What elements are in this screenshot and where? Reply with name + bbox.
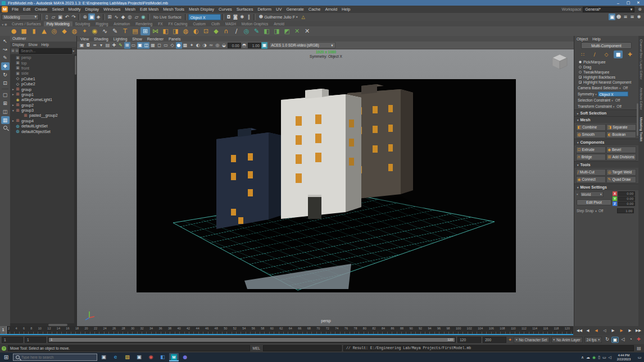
- field-chart-icon[interactable]: ▦: [150, 42, 156, 49]
- chrome-icon[interactable]: ◉: [146, 353, 156, 361]
- app-icon[interactable]: ●: [180, 353, 190, 361]
- menu-item[interactable]: Generate: [284, 7, 306, 12]
- go-to-start-button[interactable]: ◀◀: [575, 328, 583, 333]
- pan-zoom-icon[interactable]: ✚: [111, 42, 117, 49]
- option-checkbox[interactable]: ✓Highlight Nearest Component: [574, 80, 638, 85]
- render-region[interactable]: [137, 79, 516, 292]
- display-icon[interactable]: ▭: [602, 355, 606, 360]
- set-key-icon[interactable]: ✦: [508, 337, 512, 342]
- textured-icon[interactable]: ▩: [182, 42, 188, 49]
- viewport-menu-item[interactable]: View: [80, 37, 89, 41]
- boolean-union-icon[interactable]: ◧: [262, 27, 271, 35]
- shelf-tab[interactable]: Motion Graphics: [239, 21, 271, 26]
- taskbar-clock[interactable]: 4:44 PM2/22/2023: [613, 354, 634, 361]
- scale-tool[interactable]: ⊡: [1, 79, 10, 87]
- type-tool-icon[interactable]: ▤: [130, 27, 140, 35]
- photoshop-icon[interactable]: ◧: [158, 353, 167, 361]
- outliner-menu-item[interactable]: Display: [12, 43, 24, 47]
- combine-icon[interactable]: ◧: [161, 27, 170, 35]
- panel-menu-item[interactable]: Help: [592, 37, 600, 41]
- outliner-search-input[interactable]: [19, 48, 72, 54]
- rotate-tool[interactable]: ↻: [1, 71, 10, 79]
- target-weld-icon[interactable]: ◎: [242, 27, 251, 35]
- security-icon[interactable]: ◉: [592, 355, 596, 360]
- timeline-track[interactable]: 2468101214161820222426283032343638404244…: [0, 326, 573, 335]
- mel-label[interactable]: MEL: [252, 346, 261, 350]
- viewport-menu-item[interactable]: Panels: [169, 37, 180, 41]
- components-section[interactable]: ▾Components: [574, 139, 638, 145]
- shelf-tab[interactable]: Poly Modeling: [44, 21, 72, 26]
- outliner-item[interactable]: ▸ ⊞ group: [10, 86, 76, 91]
- redo-icon[interactable]: ↷: [70, 13, 77, 20]
- menu-item[interactable]: Mesh: [123, 7, 138, 12]
- tool-op-button[interactable]: ◎Target Weld: [606, 169, 636, 176]
- ambient-occlusion-icon[interactable]: ◑: [202, 42, 208, 49]
- separate-icon[interactable]: ◨: [171, 27, 180, 35]
- option-checkbox[interactable]: ✓Highlight Backfaces: [574, 75, 638, 80]
- vertex-mode-icon[interactable]: ∷: [578, 51, 587, 58]
- delete-workspace-icon[interactable]: ⊗: [638, 7, 642, 12]
- outliner-search-caret-icon[interactable]: ▾: [72, 49, 75, 53]
- auto-key-icon[interactable]: ✚: [635, 337, 642, 343]
- select-hierarchy-icon[interactable]: ⊕: [81, 13, 88, 20]
- microsoft-store-icon[interactable]: ▣: [134, 353, 144, 361]
- viewport-canvas[interactable]: 1920 x 1080 Symmetry: Object X: [77, 49, 574, 326]
- task-view-icon[interactable]: ▣: [99, 353, 108, 361]
- menu-item[interactable]: Select: [50, 7, 66, 12]
- menu-item[interactable]: Deform: [255, 7, 274, 12]
- snap-point-icon[interactable]: ◆: [120, 13, 126, 20]
- layout-single-pane[interactable]: ▢: [1, 91, 10, 99]
- bookmarks-icon[interactable]: ▾: [98, 42, 105, 49]
- axis-field-row[interactable]: Y 0.00: [613, 196, 635, 201]
- selector-row[interactable]: Selection Constraint▾ Off: [574, 97, 638, 103]
- menu-item[interactable]: Modify: [66, 7, 83, 12]
- save-scene-icon[interactable]: ▣: [57, 13, 64, 20]
- grease-pencil-icon[interactable]: ✎: [117, 42, 124, 49]
- shadows-icon[interactable]: ◐: [195, 42, 201, 49]
- sidebar-vertical-tab[interactable]: Attribute Editor: [640, 88, 643, 110]
- snap-view-plane-icon[interactable]: ▱: [133, 13, 140, 20]
- axis-field-row[interactable]: X 0.00: [613, 191, 635, 196]
- step-back-key-button[interactable]: ◀: [592, 328, 600, 333]
- range-track[interactable]: 1120: [48, 337, 456, 343]
- layout-persp-outliner[interactable]: ◫: [1, 108, 10, 116]
- lasso-tool[interactable]: ↝: [1, 45, 10, 53]
- menu-item[interactable]: Surfaces: [234, 7, 256, 12]
- selection-mode-radio[interactable]: Pick/Marquee: [574, 59, 638, 65]
- shelf-tab[interactable]: FX Caching: [166, 21, 191, 26]
- playback-end-field[interactable]: 120: [457, 337, 481, 343]
- shelf-tab[interactable]: Curves / Surfaces: [9, 21, 44, 26]
- soft-selection-section[interactable]: ▸Soft Selection: [574, 109, 638, 116]
- outliner-vertical-scrollbar[interactable]: [74, 54, 76, 323]
- select-component-icon[interactable]: ◈: [95, 13, 102, 20]
- outliner-filter2-icon[interactable]: ⊟: [15, 48, 19, 53]
- viewport-menu-item[interactable]: Shading: [94, 37, 108, 41]
- poly-disc-icon[interactable]: ◍: [70, 27, 79, 35]
- boolean-icon[interactable]: ◐: [191, 27, 201, 35]
- axis-field-row[interactable]: Z 0.00: [613, 201, 635, 206]
- shelf-tab[interactable]: FX: [155, 21, 165, 26]
- shelf-tab[interactable]: Rendering: [133, 21, 155, 26]
- outliner-filter-icon[interactable]: ⊞: [11, 48, 15, 53]
- safe-title-icon[interactable]: ▭: [163, 42, 169, 49]
- resolution-gate-icon[interactable]: ▣: [137, 42, 143, 49]
- select-object-icon[interactable]: ▣: [88, 13, 95, 20]
- isolate-select-icon[interactable]: ◎: [215, 42, 221, 49]
- menu-item[interactable]: Display: [83, 7, 102, 12]
- channel-box-toggle-icon[interactable]: ✱: [636, 13, 642, 20]
- grid-icon[interactable]: ⊞: [124, 42, 130, 49]
- move-settings-section[interactable]: ▾Move Settings: [574, 184, 638, 190]
- step-forward-frame-button[interactable]: ▶: [626, 328, 634, 333]
- color-management-icon[interactable]: ▣: [261, 42, 267, 49]
- selection-mode-radio[interactable]: Tweak/Marquee: [574, 70, 638, 75]
- modeling-toolkit-icon[interactable]: ⊞: [140, 27, 150, 35]
- outliner-item[interactable]: ⊞ pasted__group2: [10, 113, 76, 118]
- poly-sphere-icon[interactable]: ●: [9, 27, 19, 35]
- viewport-menu-item[interactable]: Renderer: [147, 37, 164, 41]
- colorspace-dropdown[interactable]: ACES 1.0 SDR-video (sRGB)▾: [269, 42, 335, 48]
- outliner-item[interactable]: ▸ ⊞ group4: [10, 118, 76, 123]
- gate-mask-icon[interactable]: ◫: [143, 42, 149, 49]
- sidebar-vertical-tab[interactable]: Modeling Toolkit: [640, 117, 643, 141]
- multi-mode-icon[interactable]: ✚: [625, 51, 634, 58]
- volume-icon[interactable]: ◁: [609, 355, 611, 360]
